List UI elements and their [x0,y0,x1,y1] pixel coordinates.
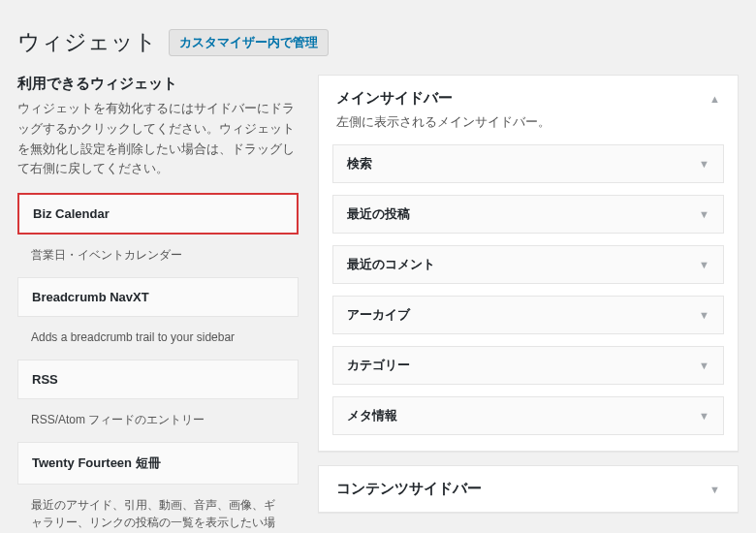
chevron-down-icon: ▼ [699,410,709,422]
chevron-down-icon: ▼ [699,158,709,170]
available-widgets-description: ウィジェットを有効化するにはサイドバーにドラッグするかクリックしてください。ウィ… [17,99,299,179]
placed-widget-label: 検索 [347,155,372,172]
page-title: ウィジェット [17,27,157,57]
available-widget-twenty-fourteen-ephemera[interactable]: Twenty Fourteen 短冊 [17,442,299,485]
widget-title: Breadcrumb NavXT [32,290,149,304]
widget-description: RSS/Atom フィードのエントリー [17,399,299,442]
sidebar-panel-main: メインサイドバー ▲ 左側に表示されるメインサイドバー。 検索 ▼ 最近の投稿 … [318,75,739,452]
sidebar-title: コンテンツサイドバー [336,480,482,498]
widget-title: Biz Calendar [33,206,110,221]
placed-widget-label: カテゴリー [347,357,410,374]
placed-widget-label: メタ情報 [347,407,397,424]
sidebar-panel-content: コンテンツサイドバー ▼ [318,465,739,513]
page-header: ウィジェット カスタマイザー内で管理 [17,10,739,75]
widget-description: 営業日・イベントカレンダー [17,235,299,277]
placed-widget-label: 最近の投稿 [347,205,410,223]
available-widgets-heading: 利用できるウィジェット [17,75,299,93]
chevron-down-icon: ▼ [709,484,720,495]
available-widget-rss[interactable]: RSS [17,360,299,399]
chevron-down-icon: ▼ [699,309,709,321]
sidebar-header[interactable]: コンテンツサイドバー ▼ [319,466,738,512]
chevron-up-icon: ▲ [709,93,720,105]
chevron-down-icon: ▼ [699,259,709,270]
sidebar-header[interactable]: メインサイドバー ▲ [319,76,738,108]
widget-title: Twenty Fourteen 短冊 [32,455,161,470]
widget-description: 最近のアサイド、引用、動画、音声、画像、ギャラリー、リンクの投稿の一覧を表示した… [17,485,299,533]
chevron-down-icon: ▼ [699,360,709,371]
placed-widget-label: 最近のコメント [347,256,435,273]
manage-in-customizer-button[interactable]: カスタマイザー内で管理 [169,29,329,56]
placed-widget-recent-comments[interactable]: 最近のコメント ▼ [332,245,724,284]
placed-widget-recent-posts[interactable]: 最近の投稿 ▼ [332,195,724,234]
placed-widget-label: アーカイブ [347,306,410,324]
available-widget-biz-calendar[interactable]: Biz Calendar [17,193,299,235]
placed-widget-archives[interactable]: アーカイブ ▼ [332,296,724,334]
widget-title: RSS [32,372,58,387]
widget-description: Adds a breadcrumb trail to your sidebar [17,317,299,360]
available-widgets-column: 利用できるウィジェット ウィジェットを有効化するにはサイドバーにドラッグするかク… [17,75,299,533]
chevron-down-icon: ▼ [699,208,709,220]
available-widget-breadcrumb-navxt[interactable]: Breadcrumb NavXT [17,277,299,317]
sidebar-description: 左側に表示されるメインサイドバー。 [319,108,738,144]
placed-widget-categories[interactable]: カテゴリー ▼ [332,346,724,385]
sidebar-body: 検索 ▼ 最近の投稿 ▼ 最近のコメント ▼ アーカイブ ▼ [319,144,738,451]
placed-widget-meta[interactable]: メタ情報 ▼ [332,396,724,435]
sidebar-title: メインサイドバー [336,89,453,108]
placed-widget-search[interactable]: 検索 ▼ [332,144,724,183]
sidebars-column: メインサイドバー ▲ 左側に表示されるメインサイドバー。 検索 ▼ 最近の投稿 … [318,75,739,533]
